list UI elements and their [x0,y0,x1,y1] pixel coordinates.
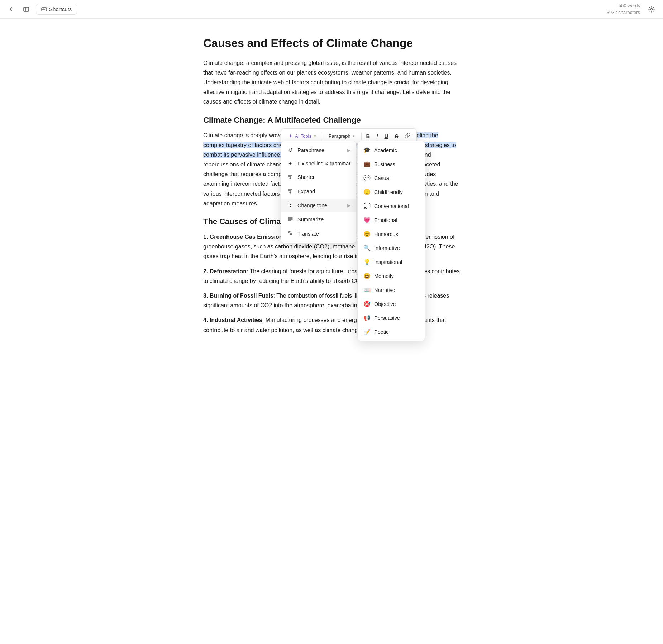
translate-icon [287,230,294,237]
underline-button[interactable]: U [382,131,391,141]
content-area: Causes and Effects of Climate Change Cli… [192,19,471,369]
tone-informative[interactable]: 🔍 Informative [358,241,425,255]
tone-label: Persuasive [374,315,400,321]
paragraph-label: Paragraph [329,133,350,139]
shortcuts-label: Shortcuts [49,6,72,12]
tone-label: Narrative [374,287,395,293]
tone-poetic[interactable]: 📝 Poetic [358,325,425,339]
fix-spelling-icon: ✦ [287,161,294,166]
tone-label: Inspirational [374,259,402,265]
tone-childfriendly[interactable]: 🙂 Childfriendly [358,185,425,199]
tone-objective[interactable]: 🎯 Objective [358,297,425,311]
emotional-icon: 💗 [363,217,371,223]
menu-item-change-tone[interactable]: 🎙 Change tone ▶ [281,199,356,212]
tone-label: Academic [374,147,397,153]
conversational-icon: 💭 [363,203,371,209]
change-tone-arrow: ▶ [347,203,350,208]
toolbar-divider-2 [361,133,362,140]
menu-item-expand[interactable]: Expand [281,184,356,199]
narrative-icon: 📖 [363,287,371,293]
menu-item-label: Shorten [297,174,316,180]
inspirational-icon: 💡 [363,259,371,265]
shortcuts-button[interactable]: Shortcuts [36,4,77,15]
back-button[interactable] [6,4,16,15]
tone-humorous[interactable]: 😊 Humorous [358,227,425,241]
section1-title: Climate Change: A Multifaceted Challenge [203,115,460,125]
tone-narrative[interactable]: 📖 Narrative [358,283,425,297]
tone-label: Poetic [374,329,388,335]
tone-business[interactable]: 💼 Business [358,157,425,171]
menu-item-label: Summarize [297,217,324,222]
menu-item-label: Paraphrase [297,147,324,153]
ai-tools-label: AI Tools [295,133,311,139]
paragraph-button[interactable]: Paragraph ▼ [325,132,359,141]
expand-icon [287,188,294,195]
tone-label: Humorous [374,231,398,237]
topbar-left: Shortcuts [6,4,77,15]
tone-label: Childfriendly [374,189,403,195]
word-count: 550 words 3932 characters [607,3,640,15]
intro-paragraph: Climate change, a complex and pressing g… [203,58,460,107]
tone-label: Objective [374,301,396,307]
business-icon: 💼 [363,161,371,167]
strikethrough-button[interactable]: S [392,131,401,141]
link-button[interactable] [402,131,413,141]
menu-item-translate[interactable]: Translate [281,227,356,241]
paraphrase-icon: ↺ [287,147,294,153]
childfriendly-icon: 🙂 [363,189,371,195]
doc-title: Causes and Effects of Climate Change [203,36,460,51]
menu-item-paraphrase[interactable]: ↺ Paraphrase ▶ [281,143,356,157]
menu-item-shorten[interactable]: Shorten [281,170,356,184]
humorous-icon: 😊 [363,231,371,237]
topbar: Shortcuts 550 words 3932 characters [0,0,663,19]
tone-persuasive[interactable]: 📢 Persuasive [358,311,425,325]
menu-item-label: Change tone [297,203,327,208]
summarize-icon [287,216,294,223]
menu-item-summarize[interactable]: Summarize [281,212,356,227]
tone-label: Business [374,161,395,167]
casual-icon: 💬 [363,175,371,181]
objective-icon: 🎯 [363,300,371,307]
memeify-icon: 😆 [363,273,371,279]
tone-label: Informative [374,245,400,251]
ai-tools-button[interactable]: AI Tools ▼ [285,132,320,141]
svg-rect-0 [24,7,29,11]
menu-item-label: Fix spelling & grammar [297,161,350,166]
topbar-right: 550 words 3932 characters [607,3,657,15]
svg-rect-2 [42,8,47,11]
tone-label: Casual [374,175,390,181]
ai-dropdown-menu: ↺ Paraphrase ▶ ✦ Fix spelling & grammar … [281,141,357,243]
change-tone-icon: 🎙 [287,202,294,209]
menu-item-label: Expand [297,189,315,194]
tone-submenu: 🎓 Academic 💼 Business 💬 Casual 🙂 Childfr… [357,141,425,341]
tone-conversational[interactable]: 💭 Conversational [358,199,425,213]
bold-button[interactable]: B [364,131,373,141]
tone-academic[interactable]: 🎓 Academic [358,143,425,157]
shorten-icon [287,174,294,181]
toolbar-divider-1 [323,133,323,140]
paraphrase-arrow: ▶ [347,148,350,153]
menu-item-fix-spelling[interactable]: ✦ Fix spelling & grammar [281,157,356,170]
persuasive-icon: 📢 [363,314,371,321]
svg-point-6 [651,8,653,10]
italic-button[interactable]: I [374,131,380,141]
ai-tools-chevron: ▼ [313,134,317,138]
tone-label: Emotional [374,217,397,223]
paragraph-chevron: ▼ [352,134,356,138]
tone-memeify[interactable]: 😆 Memeify [358,269,425,283]
tone-label: Conversational [374,203,409,209]
tone-inspirational[interactable]: 💡 Inspirational [358,255,425,269]
poetic-icon: 📝 [363,328,371,335]
tone-label: Memeify [374,273,394,279]
sidebar-toggle-button[interactable] [21,4,32,15]
menu-item-label: Translate [297,231,319,237]
informative-icon: 🔍 [363,245,371,251]
academic-icon: 🎓 [363,147,371,153]
tone-casual[interactable]: 💬 Casual [358,171,425,185]
tone-emotional[interactable]: 💗 Emotional [358,213,425,227]
settings-button[interactable] [646,4,657,15]
